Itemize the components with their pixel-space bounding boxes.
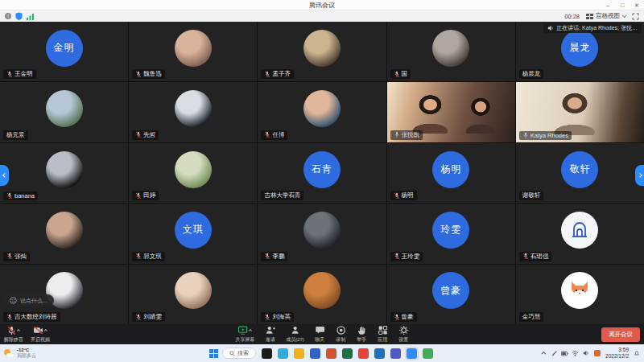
chevron-up-icon[interactable] bbox=[17, 329, 20, 332]
taskbar-clock[interactable]: 3:59 2022/12/2 bbox=[605, 347, 629, 360]
participant-name: 张悦凯 bbox=[402, 131, 420, 139]
shield-icon[interactable] bbox=[15, 12, 23, 20]
participant-tile[interactable]: 金巧慧 bbox=[516, 265, 644, 324]
taskbar-search[interactable]: 搜索 bbox=[222, 348, 256, 359]
hand-button[interactable]: 举手 bbox=[357, 325, 367, 343]
participant-name: 石珺强 bbox=[530, 253, 549, 261]
participant-tile[interactable]: 杨元景 bbox=[0, 82, 128, 142]
tray-chevron-up-icon[interactable] bbox=[542, 352, 547, 356]
taskbar-app-edge[interactable] bbox=[278, 348, 288, 359]
taskbar-app-tencent-meeting[interactable] bbox=[407, 348, 417, 359]
start-video-button[interactable]: 开启视频 bbox=[31, 325, 50, 343]
desktop: 腾讯会议 – □ ✕ ! 00:28 宫格视图 金明王金明魏鲁迅孟子齐国晨龙杨晨… bbox=[0, 0, 644, 362]
apps-button[interactable]: 应用 bbox=[378, 325, 388, 343]
participant-tile[interactable]: 文琪郭文琪 bbox=[129, 204, 257, 263]
clock-date: 2022/12/2 bbox=[605, 353, 629, 360]
chevron-up-icon[interactable] bbox=[44, 329, 47, 332]
participant-tile[interactable]: 李鹏 bbox=[258, 204, 386, 263]
muted-mic-icon bbox=[522, 253, 529, 260]
chevron-left-icon bbox=[2, 173, 7, 178]
emoji-icon[interactable] bbox=[10, 297, 17, 304]
taskbar-app-word[interactable] bbox=[310, 348, 320, 359]
participant-name-bar: 王金明 bbox=[3, 69, 36, 79]
tray-app-icon[interactable] bbox=[594, 350, 601, 356]
share-button[interactable]: 共享屏幕 bbox=[235, 325, 254, 343]
participant-name-bar: 王玲雯 bbox=[390, 252, 423, 261]
minimize-button[interactable]: – bbox=[601, 0, 615, 10]
muted-mic-icon bbox=[394, 71, 400, 78]
participant-tile[interactable]: 任博 bbox=[258, 82, 386, 142]
muted-mic-icon bbox=[6, 192, 13, 200]
participant-tile[interactable]: 曾豪曾豪 bbox=[387, 265, 515, 324]
start-button[interactable] bbox=[209, 349, 218, 358]
layout-view-switch[interactable]: 宫格视图 bbox=[586, 12, 625, 20]
taskbar-app-wechat[interactable] bbox=[423, 348, 433, 359]
weather-temp: -12°C bbox=[17, 348, 36, 353]
participant-tile[interactable]: 张灿 bbox=[0, 204, 128, 263]
participant-name-bar: 魏鲁迅 bbox=[132, 69, 165, 79]
members-button[interactable]: 成员(27) bbox=[286, 325, 304, 343]
taskbar-app-chrome[interactable] bbox=[358, 348, 369, 359]
start-video-label: 开启视频 bbox=[31, 336, 50, 343]
unmute-button[interactable]: 解除静音 bbox=[4, 325, 23, 343]
participant-tile[interactable]: 刘海英 bbox=[258, 265, 386, 324]
leave-meeting-button[interactable]: 离开会议 bbox=[601, 327, 640, 342]
participant-tile[interactable]: Katya Rhodes bbox=[516, 82, 644, 142]
participant-name: 任博 bbox=[272, 131, 284, 139]
participant-tile[interactable]: 敬轩谢敬轩 bbox=[516, 143, 644, 203]
invite-button[interactable]: 邀请 bbox=[265, 325, 275, 343]
chat-button[interactable]: 聊天 bbox=[315, 325, 325, 343]
members-label: 成员(27) bbox=[286, 336, 304, 343]
participant-tile[interactable]: 刘婧雯 bbox=[129, 265, 257, 324]
participant-tile[interactable]: 张悦凯 bbox=[387, 82, 515, 142]
participant-tile[interactable]: 石珺强 bbox=[516, 204, 644, 263]
taskbar-weather-widget[interactable]: -12°C 局部多云 bbox=[4, 348, 36, 359]
participant-name: 王金明 bbox=[14, 70, 33, 78]
window-titlebar: 腾讯会议 – □ ✕ bbox=[0, 0, 644, 10]
initials-avatar: 石青 bbox=[303, 151, 341, 188]
pen-icon[interactable] bbox=[551, 350, 558, 357]
next-page-button[interactable] bbox=[635, 165, 644, 186]
taskbar-app-outlook[interactable] bbox=[374, 348, 385, 359]
taskbar-app-powerpoint[interactable] bbox=[326, 348, 336, 359]
taskbar-app-excel[interactable] bbox=[342, 348, 353, 359]
taskbar-app-files[interactable] bbox=[294, 348, 304, 359]
participant-tile[interactable]: 田婷 bbox=[129, 143, 257, 203]
prev-page-button[interactable] bbox=[0, 165, 9, 186]
building-avatar bbox=[561, 212, 598, 249]
participant-tile[interactable]: banana bbox=[0, 143, 128, 203]
volume-icon[interactable] bbox=[582, 350, 589, 357]
participant-name: 李鹏 bbox=[272, 253, 284, 261]
participant-tile[interactable]: 先哲 bbox=[129, 82, 257, 142]
signal-icon[interactable] bbox=[27, 13, 35, 20]
participant-name-bar: 张悦凯 bbox=[390, 130, 423, 140]
participant-tile[interactable]: 国 bbox=[387, 22, 515, 81]
quick-chat-input[interactable]: 说点什么... bbox=[3, 294, 54, 306]
close-button[interactable]: ✕ bbox=[630, 0, 644, 10]
chat-placeholder: 说点什么... bbox=[20, 297, 47, 305]
taskbar-app-teams[interactable] bbox=[390, 348, 401, 359]
active-speaker-banner: 正在讲话: Katya Rhodes; 张悦… bbox=[543, 23, 642, 33]
info-icon[interactable]: ! bbox=[5, 13, 11, 19]
maximize-button[interactable]: □ bbox=[615, 0, 630, 10]
participant-tile[interactable]: 石青吉林大学石青 bbox=[258, 143, 386, 203]
network-icon[interactable] bbox=[572, 350, 579, 357]
chevron-up-icon[interactable] bbox=[249, 329, 252, 332]
record-button[interactable]: 录制 bbox=[336, 325, 346, 343]
battery-icon[interactable] bbox=[561, 350, 568, 357]
participant-tile[interactable]: 杨明杨明 bbox=[387, 143, 515, 203]
video-grid-area: 金明王金明魏鲁迅孟子齐国晨龙杨晨龙杨元景先哲任博张悦凯Katya Rhodesb… bbox=[0, 22, 644, 324]
participant-tile[interactable]: 金明王金明 bbox=[0, 22, 128, 81]
participant-tile[interactable]: 孟子齐 bbox=[258, 22, 386, 81]
participant-tile[interactable]: 玲雯王玲雯 bbox=[387, 204, 515, 263]
participant-name: 魏鲁迅 bbox=[143, 70, 162, 78]
muted-mic-icon bbox=[394, 314, 400, 321]
fullscreen-icon[interactable] bbox=[632, 13, 639, 20]
settings-button[interactable]: 设置 bbox=[398, 325, 409, 343]
muted-mic-icon bbox=[135, 131, 142, 138]
muted-mic-icon bbox=[6, 314, 13, 321]
fox-avatar bbox=[561, 272, 598, 309]
participant-tile[interactable]: 魏鲁迅 bbox=[129, 22, 257, 81]
notification-icon[interactable] bbox=[634, 350, 640, 356]
taskbar-app-widgets[interactable] bbox=[262, 348, 272, 359]
